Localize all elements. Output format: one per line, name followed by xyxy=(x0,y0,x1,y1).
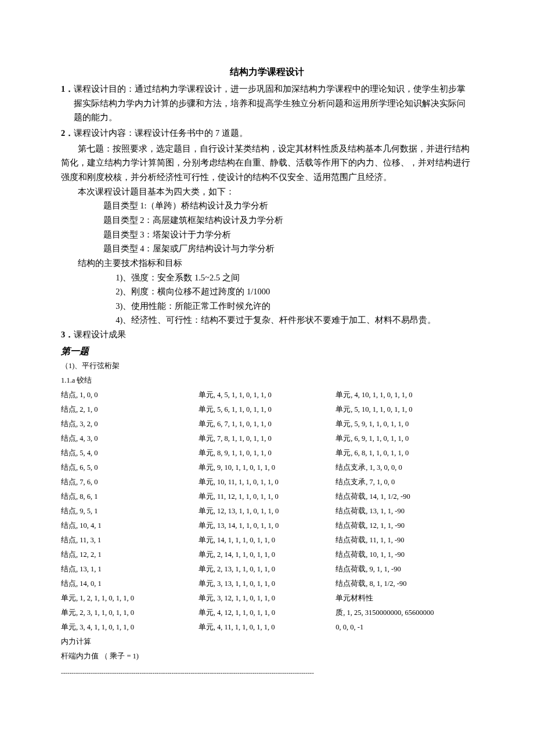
section-3: 3． 课程设计成果 xyxy=(61,327,473,342)
data-line: 结点, 8, 6, 1 xyxy=(61,489,199,504)
section-1-num: 1． xyxy=(61,82,74,96)
page-title: 结构力学课程设计 xyxy=(61,64,473,80)
data-line: 单元, 8, 9, 1, 1, 0, 1, 1, 0 xyxy=(199,446,336,460)
data-col-3: 单元, 4, 10, 1, 1, 0, 1, 1, 0单元, 5, 10, 1,… xyxy=(335,388,473,635)
q1-sub2: 1.1.a 铰结 xyxy=(61,373,473,388)
data-line: 结点支承, 1, 3, 0, 0, 0 xyxy=(335,460,473,475)
data-line: 单元, 2, 14, 1, 1, 0, 1, 1, 0 xyxy=(199,548,336,562)
data-line: 结点荷载, 12, 1, 1, -90 xyxy=(335,519,473,533)
data-line: 结点, 1, 0, 0 xyxy=(61,388,199,402)
indicator-1: 1)、强度：安全系数 1.5~2.5 之间 xyxy=(116,271,473,285)
data-line: 单元, 2, 3, 1, 1, 0, 1, 1, 0 xyxy=(61,606,199,620)
data-line: 结点, 4, 3, 0 xyxy=(61,431,199,446)
q1-heading: 第一题 xyxy=(61,343,473,359)
data-line: 结点荷载, 8, 1, 1/2, -90 xyxy=(335,577,473,591)
indicator-3: 3)、使用性能：所能正常工作时候允许的 xyxy=(116,299,473,314)
q1-foot1: 内力计算 xyxy=(61,635,473,649)
data-line: 单元, 4, 5, 1, 1, 0, 1, 1, 0 xyxy=(199,388,336,402)
data-line: 结点, 10, 4, 1 xyxy=(61,519,199,533)
section-3-num: 3． xyxy=(61,327,74,342)
data-line: 单元, 7, 8, 1, 1, 0, 1, 1, 0 xyxy=(199,431,336,446)
data-line: 结点荷载, 14, 1, 1/2, -90 xyxy=(335,489,473,504)
data-line: 单元, 6, 8, 1, 1, 0, 1, 1, 0 xyxy=(335,446,473,460)
data-col-2: 单元, 4, 5, 1, 1, 0, 1, 1, 0单元, 5, 6, 1, 1… xyxy=(199,388,336,635)
data-line: 单元, 3, 12, 1, 1, 0, 1, 1, 0 xyxy=(199,591,336,606)
topic-type-4: 题目类型 4：屋架或厂房结构设计与力学分析 xyxy=(103,242,474,256)
data-line: 结点, 7, 6, 0 xyxy=(61,475,199,489)
data-line: 结点荷载, 13, 1, 1, -90 xyxy=(335,504,473,519)
data-line: 单元, 12, 13, 1, 1, 0, 1, 1, 0 xyxy=(199,504,336,519)
topic-type-3: 题目类型 3：塔架设计于力学分析 xyxy=(103,228,474,242)
section-1-text: 课程设计目的：通过结构力学课程设计，进一步巩固和加深结构力学课程中的理论知识，使… xyxy=(74,82,473,125)
data-columns: 结点, 1, 0, 0结点, 2, 1, 0结点, 3, 2, 0结点, 4, … xyxy=(61,388,473,635)
data-line: 单元, 5, 9, 1, 1, 0, 1, 1, 0 xyxy=(335,417,473,431)
data-line: 单元, 9, 10, 1, 1, 0, 1, 1, 0 xyxy=(199,460,336,475)
data-line: 单元, 3, 13, 1, 1, 0, 1, 1, 0 xyxy=(199,577,336,591)
data-line: 结点, 13, 1, 1 xyxy=(61,562,199,577)
data-line: 单元, 1, 2, 1, 1, 0, 1, 1, 0 xyxy=(61,591,199,606)
q1-foot2: 杆端内力值 （ 乘子 = 1) xyxy=(61,649,473,664)
data-line: 单元, 3, 4, 1, 1, 0, 1, 1, 0 xyxy=(61,620,199,635)
q1-sub1: （1)、平行弦桁架 xyxy=(61,359,473,373)
data-line: 单元材料性 xyxy=(335,591,473,606)
data-line: 单元, 4, 10, 1, 1, 0, 1, 1, 0 xyxy=(335,388,473,402)
section-2-num: 2． xyxy=(61,126,74,141)
section-2-p1: 第七题：按照要求，选定题目，自行设计某类结构，设定其材料性质及结构基本几何数据，… xyxy=(61,142,473,185)
data-line: 结点支承, 7, 1, 0, 0 xyxy=(335,475,473,489)
data-line: 结点, 11, 3, 1 xyxy=(61,533,199,548)
data-line: 单元, 5, 10, 1, 1, 0, 1, 1, 0 xyxy=(335,402,473,417)
data-line: 结点, 14, 0, 1 xyxy=(61,577,199,591)
data-line: 结点, 3, 2, 0 xyxy=(61,417,199,431)
data-line: 单元, 5, 6, 1, 1, 0, 1, 1, 0 xyxy=(199,402,336,417)
data-line: 质, 1, 25, 3150000000, 65600000 xyxy=(335,606,473,620)
section-2-p3: 结构的主要技术指标和目标 xyxy=(78,256,473,271)
data-line: 单元, 11, 12, 1, 1, 0, 1, 1, 0 xyxy=(199,489,336,504)
section-2-text: 课程设计内容：课程设计任务书中的 7 道题。 xyxy=(74,126,473,141)
data-line: 结点, 2, 1, 0 xyxy=(61,402,199,417)
indicator-4: 4)、经济性、可行性：结构不要过于复杂、杆件形状不要难于加工、材料不易昂贵。 xyxy=(116,313,473,327)
data-line: 单元, 4, 12, 1, 1, 0, 1, 1, 0 xyxy=(199,606,336,620)
data-line: 单元, 6, 7, 1, 1, 0, 1, 1, 0 xyxy=(199,417,336,431)
data-line: 单元, 14, 1, 1, 1, 0, 1, 1, 0 xyxy=(199,533,336,548)
data-line: 结点, 5, 4, 0 xyxy=(61,446,199,460)
data-line: 单元, 2, 13, 1, 1, 0, 1, 1, 0 xyxy=(199,562,336,577)
data-line: 结点, 12, 2, 1 xyxy=(61,548,199,562)
data-line: 结点, 9, 5, 1 xyxy=(61,504,199,519)
data-line: 0, 0, 0, -1 xyxy=(335,620,473,635)
data-line: 结点荷载, 10, 1, 1, -90 xyxy=(335,548,473,562)
data-col-1: 结点, 1, 0, 0结点, 2, 1, 0结点, 3, 2, 0结点, 4, … xyxy=(61,388,199,635)
section-2-p2: 本次课程设计题目基本为四大类，如下： xyxy=(61,185,473,199)
section-3-text: 课程设计成果 xyxy=(74,327,473,342)
topic-type-2: 题目类型 2：高层建筑框架结构设计及力学分析 xyxy=(103,213,474,228)
divider-line: ----------------------------------------… xyxy=(61,667,473,678)
data-line: 单元, 6, 9, 1, 1, 0, 1, 1, 0 xyxy=(335,431,473,446)
data-line: 结点荷载, 11, 1, 1, -90 xyxy=(335,533,473,548)
section-2: 2． 课程设计内容：课程设计任务书中的 7 道题。 xyxy=(61,126,473,141)
indicator-2: 2)、刚度：横向位移不超过跨度的 1/1000 xyxy=(116,285,473,299)
data-line: 单元, 13, 14, 1, 1, 0, 1, 1, 0 xyxy=(199,519,336,533)
data-line: 单元, 10, 11, 1, 1, 0, 1, 1, 0 xyxy=(199,475,336,489)
data-line: 结点, 6, 5, 0 xyxy=(61,460,199,475)
topic-type-1: 题目类型 1:（单跨）桥结构设计及力学分析 xyxy=(103,199,474,213)
data-line: 单元, 4, 11, 1, 1, 0, 1, 1, 0 xyxy=(199,620,336,635)
section-1: 1． 课程设计目的：通过结构力学课程设计，进一步巩固和加深结构力学课程中的理论知… xyxy=(61,82,473,125)
data-line: 结点荷载, 9, 1, 1, -90 xyxy=(335,562,473,577)
